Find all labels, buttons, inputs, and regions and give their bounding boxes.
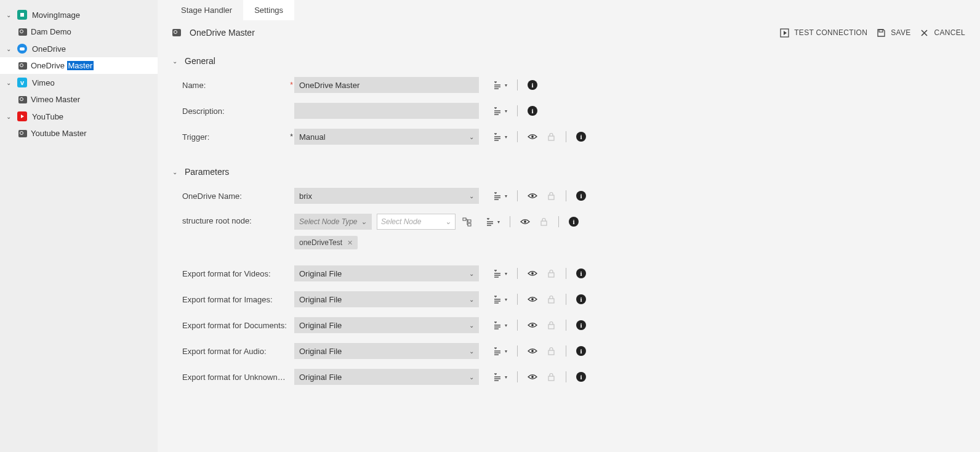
- tree-item-vimeo-master[interactable]: Vimeo Master: [0, 91, 158, 108]
- section-title: General: [185, 56, 215, 66]
- lock-icon[interactable]: [546, 268, 556, 278]
- eye-icon[interactable]: [528, 294, 537, 304]
- tree-item-vimeo[interactable]: ⌄ Vimeo: [0, 74, 158, 91]
- tree-item-dam-demo[interactable]: Dam Demo: [0, 23, 158, 40]
- save-button[interactable]: SAVE: [876, 28, 910, 38]
- eye-icon[interactable]: [528, 320, 537, 330]
- channel-icon: [18, 130, 27, 137]
- channel-icon: [18, 96, 27, 103]
- tree-label: OneDrive Master: [31, 61, 94, 70]
- button-label: CANCEL: [934, 28, 965, 37]
- eye-icon[interactable]: [520, 217, 530, 227]
- chevron-down-icon: ⌄: [469, 193, 474, 200]
- eye-icon[interactable]: [528, 132, 537, 142]
- language-icon[interactable]: [492, 294, 502, 304]
- toolbar: OneDrive Master TEST CONNECTION SAVE CAN…: [158, 20, 980, 45]
- separator: [566, 268, 566, 279]
- svg-point-4: [531, 195, 534, 197]
- svg-rect-3: [548, 136, 554, 140]
- lock-icon[interactable]: [546, 320, 556, 330]
- info-icon[interactable]: [576, 191, 586, 201]
- info-icon[interactable]: [528, 80, 537, 90]
- chevron-down-icon: ⌄: [361, 217, 367, 226]
- separator: [566, 320, 566, 331]
- lock-icon[interactable]: [539, 217, 548, 227]
- language-icon[interactable]: [492, 106, 502, 116]
- onedrive-name-select[interactable]: brix ⌄: [294, 188, 479, 204]
- lock-icon[interactable]: [546, 346, 556, 356]
- info-icon[interactable]: [569, 217, 579, 227]
- svg-point-17: [531, 350, 534, 352]
- tree-picker-icon[interactable]: [462, 217, 472, 227]
- root-node-chip[interactable]: oneDriveTest ✕: [294, 236, 358, 249]
- tabs: Stage Handler Settings: [158, 0, 980, 20]
- section-general[interactable]: ⌄ General: [172, 56, 965, 66]
- sidebar: ⌄ MovingImage Dam Demo ⌄ OneDrive OneDri…: [0, 0, 158, 452]
- export-documents-select[interactable]: Original File⌄: [294, 317, 479, 333]
- info-icon[interactable]: [576, 320, 586, 330]
- tree-item-onedrive-master[interactable]: OneDrive Master: [0, 57, 158, 74]
- name-input[interactable]: OneDrive Master: [294, 77, 479, 93]
- svg-point-15: [531, 324, 534, 326]
- separator: [517, 268, 518, 279]
- lock-icon[interactable]: [546, 294, 556, 304]
- section-title: Parameters: [185, 167, 229, 177]
- export-videos-select[interactable]: Original File⌄: [294, 265, 479, 281]
- language-icon[interactable]: [492, 320, 502, 330]
- info-icon[interactable]: [576, 372, 586, 382]
- root-node-picker: Select Node Type ⌄ Select Node ⌄ oneDriv…: [294, 214, 472, 249]
- tree-label: MovingImage: [32, 10, 80, 20]
- node-select[interactable]: Select Node ⌄: [377, 214, 456, 230]
- youtube-icon: [17, 111, 27, 121]
- content: ⌄ General Name: * OneDrive Master ▾ Desc…: [158, 45, 980, 452]
- tree-item-onedrive[interactable]: ⌄ OneDrive: [0, 40, 158, 57]
- info-icon[interactable]: [528, 106, 537, 116]
- info-icon[interactable]: [576, 268, 586, 278]
- export-images-select[interactable]: Original File⌄: [294, 291, 479, 307]
- vimeo-icon: [17, 78, 27, 87]
- language-icon[interactable]: [492, 268, 502, 278]
- separator: [517, 345, 518, 357]
- lock-icon[interactable]: [546, 132, 556, 142]
- close-icon: [920, 28, 930, 38]
- tab-settings[interactable]: Settings: [243, 0, 294, 20]
- channel-icon: [18, 28, 27, 36]
- info-icon[interactable]: [576, 132, 586, 142]
- language-icon[interactable]: [492, 346, 502, 356]
- export-unknown-select[interactable]: Original File⌄: [294, 369, 479, 385]
- lock-icon[interactable]: [546, 372, 556, 382]
- export-audio-select[interactable]: Original File⌄: [294, 343, 479, 359]
- remove-chip-icon[interactable]: ✕: [347, 239, 353, 247]
- required-marker: *: [287, 81, 294, 89]
- language-icon[interactable]: [492, 80, 502, 90]
- select-value: Original File: [299, 321, 342, 330]
- test-connection-button[interactable]: TEST CONNECTION: [779, 28, 867, 38]
- language-icon[interactable]: [492, 132, 502, 142]
- tree-item-youtube[interactable]: ⌄ YouTube: [0, 108, 158, 125]
- placeholder: Select Node: [381, 217, 421, 226]
- trigger-select[interactable]: Manual ⌄: [294, 129, 479, 145]
- eye-icon[interactable]: [528, 191, 537, 201]
- info-icon[interactable]: [576, 346, 586, 356]
- lock-icon[interactable]: [546, 191, 556, 201]
- tree-item-movingimage[interactable]: ⌄ MovingImage: [0, 6, 158, 23]
- field-label: Export format for Unknown Filec...: [182, 373, 287, 382]
- cancel-button[interactable]: CANCEL: [920, 28, 965, 38]
- eye-icon[interactable]: [528, 268, 537, 278]
- section-parameters[interactable]: ⌄ Parameters: [172, 167, 965, 177]
- tab-stage-handler[interactable]: Stage Handler: [170, 0, 243, 20]
- tree-item-youtube-master[interactable]: Youtube Master: [0, 125, 158, 142]
- info-icon[interactable]: [576, 294, 586, 304]
- button-label: TEST CONNECTION: [794, 28, 867, 37]
- node-type-select[interactable]: Select Node Type ⌄: [294, 214, 372, 230]
- field-label: Trigger:: [182, 132, 287, 142]
- eye-icon[interactable]: [528, 372, 537, 382]
- language-icon[interactable]: [485, 217, 495, 227]
- row-trigger: Trigger: * Manual ⌄ ▾: [182, 129, 965, 145]
- description-input[interactable]: [294, 103, 479, 119]
- language-icon[interactable]: [492, 372, 502, 382]
- channel-icon: [172, 29, 181, 36]
- svg-rect-6: [463, 218, 466, 220]
- language-icon[interactable]: [492, 191, 502, 201]
- eye-icon[interactable]: [528, 346, 537, 356]
